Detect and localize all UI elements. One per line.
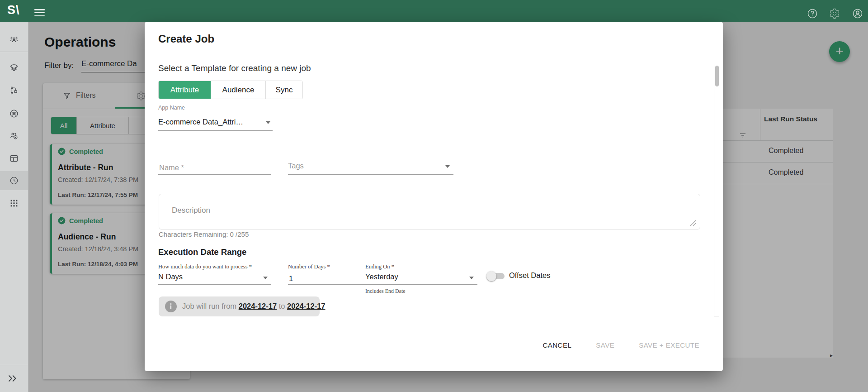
template-tab-group: Attribute Audience Sync xyxy=(158,81,303,99)
offset-dates-toggle[interactable] xyxy=(487,272,505,280)
account-icon[interactable] xyxy=(852,8,863,19)
toggle-thumb xyxy=(486,271,496,281)
settings-gear-icon[interactable] xyxy=(829,8,840,19)
offset-dates-label: Offset Dates xyxy=(509,271,550,280)
dialog-title: Create Job xyxy=(158,33,214,45)
app-screen: Operations Filter by: E-commerce Da + Fi… xyxy=(0,0,868,392)
cancel-button[interactable]: CANCEL xyxy=(542,338,572,353)
create-job-dialog: Create Job Select a Template for creatin… xyxy=(145,22,723,371)
job-run-info-banner: Job will run from 2024-12-17 to 2024-12-… xyxy=(159,296,320,316)
layers-icon[interactable] xyxy=(9,62,19,72)
info-icon xyxy=(165,301,177,312)
app-name-value: E-commerce Data_Attri… xyxy=(158,118,243,126)
process-select[interactable]: N Days xyxy=(158,270,271,285)
process-field-label: How much data do you want to process * xyxy=(158,263,252,270)
process-value: N Days xyxy=(158,272,183,281)
run-to-date[interactable]: 2024-12-17 xyxy=(287,302,325,310)
sidebar-expand-icon[interactable] xyxy=(6,373,18,384)
sidebar-divider xyxy=(0,52,28,52)
app-name-select[interactable]: App Name E-commerce Data_Attri… xyxy=(158,103,273,131)
chevron-down-icon xyxy=(263,277,268,279)
resize-handle-icon[interactable] xyxy=(690,220,696,226)
hamburger-menu-icon[interactable] xyxy=(34,9,45,13)
info-text-mid: to xyxy=(279,302,285,310)
name-input[interactable] xyxy=(158,163,273,172)
app-name-label: App Name xyxy=(158,105,185,111)
chevron-down-icon xyxy=(266,121,270,124)
description-field[interactable] xyxy=(159,194,700,229)
includes-end-date-note: Includes End Date xyxy=(365,288,406,295)
info-text-prefix: Job will run from xyxy=(182,302,236,310)
ending-on-value: Yesterday xyxy=(365,272,398,281)
run-from-date[interactable]: 2024-12-17 xyxy=(239,302,277,310)
journey-flow-icon[interactable] xyxy=(9,86,19,96)
audience-circle-icon[interactable] xyxy=(9,109,19,119)
modal-scrollbar[interactable] xyxy=(714,64,719,316)
tab-attribute[interactable]: Attribute xyxy=(159,81,211,99)
save-execute-button[interactable]: SAVE + EXECUTE xyxy=(638,338,700,353)
days-field-label: Number of Days * xyxy=(288,263,330,270)
modal-scrollbar-thumb[interactable] xyxy=(715,66,719,86)
tab-sync[interactable]: Sync xyxy=(265,81,302,99)
dialog-actions: CANCEL SAVE SAVE + EXECUTE xyxy=(542,338,700,353)
chevron-down-icon xyxy=(469,277,474,279)
description-textarea[interactable] xyxy=(171,205,684,225)
ending-on-select[interactable]: Yesterday xyxy=(365,270,477,285)
tags-placeholder: Tags xyxy=(288,162,304,170)
save-button[interactable]: SAVE xyxy=(595,338,615,353)
people-check-icon[interactable] xyxy=(9,131,19,141)
chevron-down-icon xyxy=(445,165,450,168)
dialog-subtitle: Select a Template for creating a new job xyxy=(158,63,311,73)
apps-grid-icon[interactable] xyxy=(9,198,19,208)
tab-audience[interactable]: Audience xyxy=(211,81,265,99)
help-icon[interactable] xyxy=(807,8,818,19)
groups-icon[interactable] xyxy=(9,35,19,45)
top-app-bar: S\ xyxy=(0,0,868,22)
left-nav-sidebar xyxy=(0,22,28,392)
schedule-clock-icon[interactable] xyxy=(9,176,19,186)
sidebar-divider xyxy=(0,365,28,365)
brand-logo[interactable]: S\ xyxy=(7,3,20,17)
ending-on-field-label: Ending On * xyxy=(365,263,394,270)
dashboard-icon[interactable] xyxy=(9,153,19,163)
tags-select[interactable]: Tags xyxy=(288,154,453,175)
name-field[interactable] xyxy=(158,153,271,175)
execution-date-range-heading: Execution Date Range xyxy=(158,247,246,257)
characters-remaining: Characters Remaining: 0 /255 xyxy=(159,230,249,238)
